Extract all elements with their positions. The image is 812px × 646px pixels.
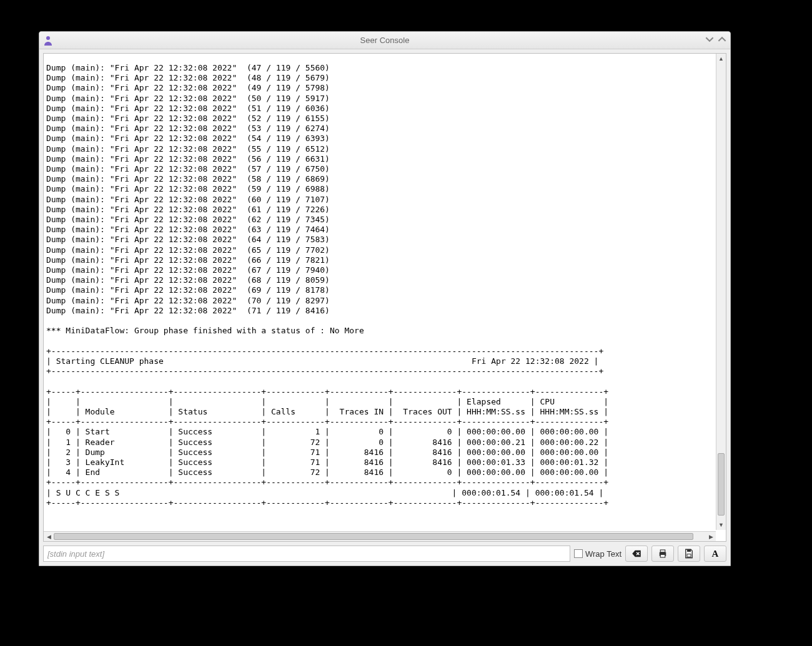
window-title: Seer Console <box>39 36 730 45</box>
scroll-up-icon[interactable]: ▲ <box>716 54 726 64</box>
shade-down-icon[interactable] <box>705 35 714 44</box>
svg-text:A: A <box>712 549 719 559</box>
scroll-right-icon[interactable]: ▶ <box>706 532 716 541</box>
app-icon <box>42 34 54 47</box>
svg-rect-4 <box>687 549 691 552</box>
clear-button[interactable] <box>625 546 648 562</box>
hscroll-thumb[interactable] <box>54 533 693 540</box>
vscroll-thumb[interactable] <box>718 453 725 516</box>
scroll-left-icon[interactable]: ◀ <box>44 532 54 541</box>
backspace-icon <box>631 548 642 559</box>
wrap-text-label: Wrap Text <box>585 549 621 559</box>
seer-console-window: Seer Console Dump (main): "Fri Apr 22 12… <box>39 31 731 566</box>
svg-rect-2 <box>660 550 665 552</box>
scroll-down-icon[interactable]: ▼ <box>716 520 726 530</box>
wrap-text-checkbox[interactable] <box>574 549 583 558</box>
stdin-input[interactable] <box>43 546 570 562</box>
print-button[interactable] <box>651 546 674 562</box>
shade-up-icon[interactable] <box>718 35 726 44</box>
console-output[interactable]: Dump (main): "Fri Apr 22 12:32:08 2022" … <box>44 62 726 523</box>
print-icon <box>657 548 668 559</box>
save-icon <box>683 548 695 559</box>
console-pane: Dump (main): "Fri Apr 22 12:32:08 2022" … <box>43 53 726 542</box>
titlebar[interactable]: Seer Console <box>39 32 730 49</box>
horizontal-scrollbar[interactable]: ◀ ▶ <box>44 531 716 541</box>
font-button[interactable]: A <box>704 546 726 562</box>
svg-rect-5 <box>687 554 691 557</box>
wrap-text-toggle[interactable]: Wrap Text <box>574 549 621 559</box>
svg-rect-3 <box>660 555 665 558</box>
save-button[interactable] <box>678 546 700 562</box>
font-icon: A <box>710 548 721 559</box>
vertical-scrollbar[interactable]: ▲ ▼ <box>716 54 726 530</box>
svg-point-0 <box>46 36 50 40</box>
